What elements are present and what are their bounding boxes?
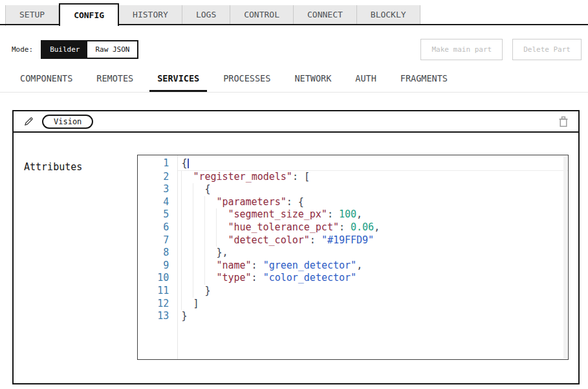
indent-guide xyxy=(204,208,216,221)
mode-label: Mode: xyxy=(12,45,33,54)
code-text: { xyxy=(177,183,568,196)
code-line[interactable]: 8}, xyxy=(138,247,568,260)
code-line[interactable]: 13} xyxy=(138,310,568,323)
token: "parameters" xyxy=(216,196,286,208)
code-line[interactable]: 4"parameters": { xyxy=(138,196,568,209)
tab-control[interactable]: CONTROL xyxy=(230,5,294,24)
indent-guide xyxy=(193,208,204,221)
token: { xyxy=(181,157,187,169)
token: { xyxy=(298,196,304,208)
tab-logs[interactable]: LOGS xyxy=(182,5,230,24)
trash-icon xyxy=(558,116,569,128)
indent-guide xyxy=(204,247,216,260)
line-number: 1 xyxy=(138,157,177,171)
token: "register_models" xyxy=(193,171,292,183)
line-number: 4 xyxy=(138,196,177,209)
token: }, xyxy=(216,247,228,258)
mode-option-builder[interactable]: Builder xyxy=(42,41,87,58)
indent-guide xyxy=(193,272,204,285)
attributes-label: Attributes xyxy=(24,155,137,360)
indent-guide xyxy=(216,234,228,247)
token: : xyxy=(252,260,263,271)
code-line[interactable]: 12] xyxy=(138,298,568,311)
subtab-auth[interactable]: AUTH xyxy=(355,73,376,92)
line-number: 5 xyxy=(138,208,177,221)
tab-connect[interactable]: CONNECT xyxy=(294,5,357,24)
mode-option-raw-json[interactable]: Raw JSON xyxy=(87,41,137,58)
tab-history[interactable]: HISTORY xyxy=(119,5,182,24)
code-text: "detect_color": "#19FFD9" xyxy=(177,234,568,247)
code-line[interactable]: 10"type": "color_detector" xyxy=(138,272,568,285)
indent-guide xyxy=(193,183,204,196)
subtab-remotes[interactable]: REMOTES xyxy=(96,73,133,92)
service-name-pill[interactable]: Vision xyxy=(42,115,93,129)
token: , xyxy=(356,208,362,220)
code-line[interactable]: 6"hue_tolerance_pct": 0.06, xyxy=(138,221,568,234)
code-lines: 1{2"register_models": [3{4"parameters": … xyxy=(138,157,568,323)
token: 0.06 xyxy=(351,221,374,233)
code-line[interactable]: 1{ xyxy=(138,157,568,171)
delete-part-button[interactable]: Delete Part xyxy=(512,39,582,60)
code-text: } xyxy=(177,285,568,298)
gutter-separator xyxy=(177,155,178,359)
indent-guide xyxy=(193,196,204,209)
tab-setup[interactable]: SETUP xyxy=(6,5,59,24)
code-line[interactable]: 5"segment_size_px": 100, xyxy=(138,208,568,221)
line-number: 6 xyxy=(138,221,177,234)
line-number: 9 xyxy=(138,260,177,272)
subtab-network[interactable]: NETWORK xyxy=(294,73,331,92)
indent-guide xyxy=(181,221,193,234)
tab-blockly[interactable]: BLOCKLY xyxy=(357,5,420,24)
line-number: 7 xyxy=(138,234,177,247)
code-text: } xyxy=(177,310,568,323)
tab-config[interactable]: CONFIG xyxy=(59,3,119,26)
indent-guide xyxy=(204,196,216,209)
token: : xyxy=(339,221,351,233)
subtab-services[interactable]: SERVICES xyxy=(149,73,207,92)
code-text: "segment_size_px": 100, xyxy=(177,208,568,221)
token: , xyxy=(356,260,362,271)
indent-guide xyxy=(193,247,204,260)
token: "color_detector" xyxy=(263,272,357,283)
indent-guide xyxy=(181,247,193,260)
token: { xyxy=(204,183,210,195)
make-main-part-button[interactable]: Make main part xyxy=(420,39,503,60)
indent-guide xyxy=(181,260,193,272)
main-tab-bar: SETUP CONFIG HISTORY LOGS CONTROL CONNEC… xyxy=(0,0,588,26)
code-line[interactable]: 2"register_models": [ xyxy=(138,171,568,184)
code-line[interactable]: 3{ xyxy=(138,183,568,196)
indent-guide xyxy=(181,183,193,196)
indent-guide xyxy=(181,298,193,311)
code-line[interactable]: 11} xyxy=(138,285,568,298)
subtab-components[interactable]: COMPONENTS xyxy=(20,73,72,92)
code-line[interactable]: 9"name": "green_detector", xyxy=(138,260,568,272)
code-text: "name": "green_detector", xyxy=(177,260,568,272)
indent-guide xyxy=(204,221,216,234)
token: "#19FFD9" xyxy=(321,234,374,246)
token: "type" xyxy=(216,272,251,283)
token: : xyxy=(287,196,298,208)
indent-guide xyxy=(216,208,228,221)
service-card-header: Vision xyxy=(14,111,578,133)
code-line[interactable]: 7"detect_color": "#19FFD9" xyxy=(138,234,568,247)
line-number: 3 xyxy=(138,183,177,196)
indent-guide xyxy=(193,260,204,272)
indent-guide xyxy=(204,234,216,247)
line-number: 12 xyxy=(138,298,177,311)
token: : xyxy=(252,272,263,283)
code-text: { xyxy=(177,157,568,171)
subtab-fragments[interactable]: FRAGMENTS xyxy=(400,73,448,92)
line-number: 8 xyxy=(138,247,177,260)
line-number: 13 xyxy=(138,310,177,323)
line-number: 11 xyxy=(138,285,177,298)
attributes-json-editor[interactable]: 1{2"register_models": [3{4"parameters": … xyxy=(137,155,569,360)
code-text: "type": "color_detector" xyxy=(177,272,568,285)
indent-guide xyxy=(216,221,228,234)
delete-service-button[interactable] xyxy=(558,116,569,128)
editor-scrollbar[interactable] xyxy=(563,156,567,359)
indent-guide xyxy=(181,196,193,209)
subtab-processes[interactable]: PROCESSES xyxy=(223,73,270,92)
indent-guide xyxy=(193,285,204,298)
line-number: 2 xyxy=(138,171,177,184)
edit-service-button[interactable] xyxy=(23,116,34,127)
